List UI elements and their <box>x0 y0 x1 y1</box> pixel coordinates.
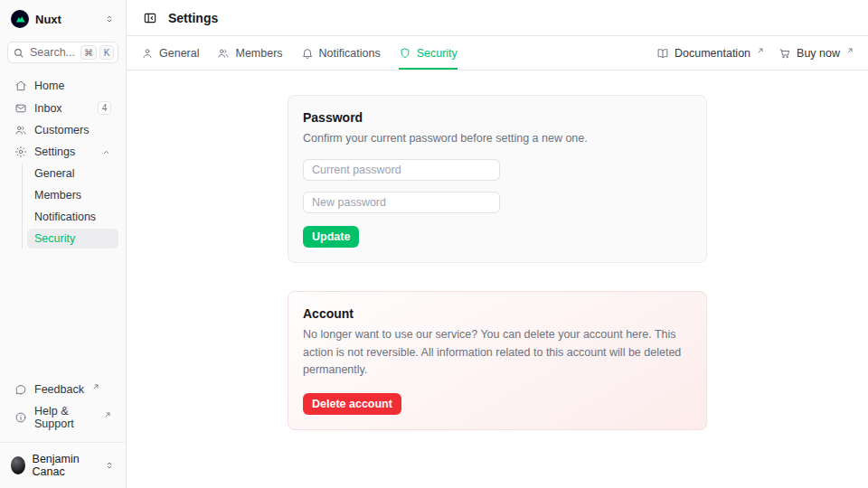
user-icon <box>141 47 154 60</box>
settings-security-content: Password Confirm your current password b… <box>127 70 868 488</box>
sidebar-item-label: Inbox <box>34 102 62 115</box>
sidebar-item-general[interactable]: General <box>27 164 118 183</box>
inbox-count-badge: 4 <box>98 101 111 115</box>
tab-label: Security <box>417 47 458 60</box>
sidebar-item-help-support[interactable]: Help & Support <box>7 401 118 434</box>
user-name: Benjamin Canac <box>33 453 97 478</box>
book-icon <box>656 47 669 60</box>
account-card-description: No longer want to use our service? You c… <box>303 326 692 379</box>
sidebar-item-security[interactable]: Security <box>27 229 118 249</box>
collapse-sidebar-button[interactable] <box>141 9 159 27</box>
sidebar: Nuxt Search... ⌘ K Home Inbox 4 Customer… <box>0 0 127 488</box>
page-header: Settings <box>127 0 868 36</box>
account-card: Account No longer want to use our servic… <box>288 291 707 429</box>
sidebar-item-inbox[interactable]: Inbox 4 <box>7 98 118 118</box>
chevron-up-down-icon <box>104 14 115 24</box>
chevron-up-icon <box>101 147 111 157</box>
kbd-k: K <box>99 45 114 60</box>
users-icon <box>217 47 230 60</box>
sidebar-item-label: Customers <box>34 124 89 136</box>
sidebar-item-label: Home <box>34 80 64 92</box>
home-icon <box>14 80 27 92</box>
cart-icon <box>778 47 791 60</box>
search-icon <box>13 47 24 59</box>
delete-account-button[interactable]: Delete account <box>303 393 401 415</box>
chat-bubble-icon <box>14 383 27 396</box>
shield-icon <box>399 47 411 60</box>
settings-tabbar: General Members Notifications Security <box>127 36 868 70</box>
main-area: Settings General Members Notifications <box>127 0 868 488</box>
sidebar-item-label: Help & Support <box>34 405 96 430</box>
toolbar-link-label: Documentation <box>675 47 750 60</box>
new-password-input[interactable] <box>303 192 500 213</box>
search-placeholder: Search... <box>30 46 75 59</box>
inbox-icon <box>14 102 27 115</box>
password-card-title: Password <box>303 110 692 125</box>
external-link-icon <box>92 383 99 390</box>
gear-icon <box>14 145 27 158</box>
sidebar-item-home[interactable]: Home <box>7 76 118 96</box>
external-link-icon <box>104 411 111 418</box>
current-password-input[interactable] <box>303 159 500 181</box>
tab-label: Notifications <box>319 47 381 60</box>
workspace-name: Nuxt <box>35 13 61 26</box>
divider <box>0 442 126 443</box>
search-input[interactable]: Search... ⌘ K <box>7 42 118 63</box>
user-menu[interactable]: Benjamin Canac <box>7 450 118 481</box>
sidebar-item-customers[interactable]: Customers <box>7 120 118 140</box>
tab-security[interactable]: Security <box>399 36 458 70</box>
kbd-meta: ⌘ <box>80 45 97 60</box>
tab-members[interactable]: Members <box>217 36 282 70</box>
sidebar-item-members[interactable]: Members <box>27 185 118 205</box>
settings-subnav: General Members Notifications Security <box>22 164 118 249</box>
sidebar-item-notifications[interactable]: Notifications <box>27 207 118 227</box>
page-title: Settings <box>168 11 218 25</box>
sidebar-item-settings[interactable]: Settings <box>7 142 118 162</box>
avatar <box>11 456 25 474</box>
update-password-button[interactable]: Update <box>303 226 359 248</box>
tab-notifications[interactable]: Notifications <box>301 36 381 70</box>
external-link-icon <box>846 47 854 54</box>
sidebar-item-feedback[interactable]: Feedback <box>7 380 118 399</box>
info-circle-icon <box>14 411 27 424</box>
toolbar-link-label: Buy now <box>797 47 840 60</box>
account-card-title: Account <box>303 306 692 321</box>
users-icon <box>14 124 27 136</box>
workspace-selector[interactable]: Nuxt <box>7 7 118 31</box>
tab-general[interactable]: General <box>141 36 199 70</box>
sidebar-item-label: Settings <box>34 145 75 158</box>
bell-icon <box>301 47 314 60</box>
nuxt-logo-icon <box>11 10 29 28</box>
tab-label: General <box>159 47 199 60</box>
password-card: Password Confirm your current password b… <box>288 95 707 263</box>
external-link-icon <box>757 47 764 54</box>
chevron-up-down-icon <box>104 460 115 471</box>
password-card-description: Confirm your current password before set… <box>303 130 692 147</box>
documentation-link[interactable]: Documentation <box>656 47 764 60</box>
buy-now-link[interactable]: Buy now <box>778 47 854 60</box>
tab-label: Members <box>235 47 282 60</box>
sidebar-item-label: Feedback <box>34 383 84 396</box>
